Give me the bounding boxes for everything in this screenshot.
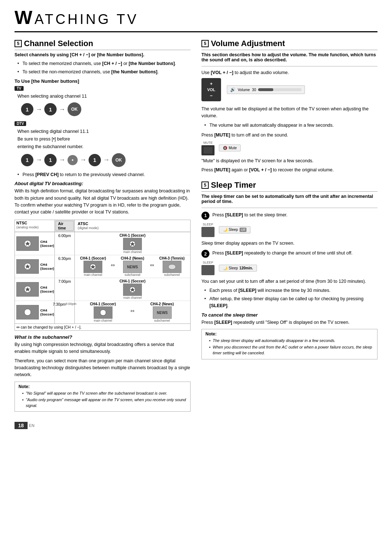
channel-note-list: "No Signal" will appear on the TV screen… (19, 391, 187, 409)
digital-note2: Be sure to press [•] before (17, 136, 191, 143)
page-title: WATCHING TV (15, 7, 377, 28)
content-columns: 5 Channel Selection Select channels by u… (15, 39, 377, 415)
vol-label: VOL (207, 87, 216, 92)
mute-note1: "Mute" is displayed on the TV screen for… (201, 158, 377, 164)
channel-selection-heading: 5 Channel Selection (15, 39, 191, 50)
what-subchannel-text2: Therefore, you can select more than one … (15, 358, 191, 379)
btn-1d: 1 (44, 154, 57, 166)
arrow-6: → (103, 156, 110, 164)
header-title-rest: ATCHING TV (34, 12, 139, 27)
channel-selection-title: Channel Selection (24, 39, 93, 48)
step-2-number: 2 (201, 250, 209, 258)
ntsc-cell-2: CH4 (Soccer) (15, 255, 55, 278)
ch-block-4a: CH4-1 (Soccer) main channel (76, 302, 130, 322)
sleep-step1: 1 Press [SLEEP] to set the sleep timer. (201, 212, 377, 220)
sleep1-label-top: SLEEP (203, 223, 213, 226)
volume-divider (201, 66, 377, 66)
ch-img-2c (163, 261, 181, 273)
mute-screen-text: Mute (229, 146, 237, 150)
ntsc-cell-1: CH4 (Soccer) (15, 232, 55, 255)
ch-block-4b: CH4-2 (News) NEWS subchannel (135, 302, 189, 322)
press-mute2-text: Press [MUTE] again or [VOL + / −] to rec… (201, 167, 377, 174)
sleep-note-item-2: When you disconnect the unit from the AC… (209, 345, 373, 356)
arrow-2: → (59, 106, 65, 113)
svg-rect-29 (204, 229, 212, 235)
btn-ok-b: OK (112, 153, 126, 167)
sleep-button-1 (201, 227, 215, 237)
what-subchannel-text1: By using high compression technology, di… (15, 341, 191, 355)
step2-bullet-2: After setup, the sleep timer display can… (204, 296, 377, 309)
ntsc-label: NTSC (15, 220, 54, 225)
vol-plus: + (210, 81, 213, 86)
page-footer: 18 EN (15, 422, 377, 429)
ntsc-sublabel: (analog mode) (15, 225, 54, 229)
atsc-sublabel: (digital mode) (76, 226, 189, 231)
vol-bullets: The volume bar will automatically disapp… (201, 122, 377, 129)
volume-title: Volume Adjustment (211, 39, 285, 48)
step1-note: Sleep timer display appears on the TV sc… (201, 240, 377, 247)
left-column: 5 Channel Selection Select channels by u… (15, 39, 191, 415)
volume-section-heading: 5 Volume Adjustment (201, 39, 377, 50)
ch-arrow-4: ⇔ (130, 302, 135, 314)
channel-bullet-1: To select the memorized channels, use [C… (17, 60, 191, 67)
mute-diagram: MUTE 🔇 Mute (201, 141, 377, 155)
ch-block-2b: CH4-2 (News) NEWS subchannel (116, 256, 150, 277)
sleep-screen-1: 🌙 Sleep Off (219, 226, 250, 233)
sleep-diagram-1: SLEEP 🌙 Sleep Off (201, 223, 377, 237)
digital-btn-diagram: 1 → 1 → • → 1 → OK (21, 153, 191, 167)
btn-dot: • (68, 155, 78, 165)
vol-bar-value: 30 (252, 88, 256, 92)
press-mute-text: Press [MUTE] to turn off and on the soun… (201, 132, 377, 139)
vol-minus: − (210, 93, 213, 98)
channel-bullet-2: To select the non-memorized channels, us… (17, 69, 191, 76)
grid-row-1: CH4 (Soccer) 6:00pm CH4-1 (Soccer) main … (15, 232, 190, 255)
ntsc-ch-2: CH4 (Soccer) (40, 262, 54, 270)
mute-button (201, 145, 215, 155)
sleep-note-title: Note: (205, 331, 373, 337)
sleep-screen-off: Off (240, 228, 247, 232)
channel-note-title: Note: (19, 384, 187, 389)
page-number: 18 (15, 422, 28, 429)
vol-button: + VOL − (201, 78, 221, 101)
arrow-3: → (36, 156, 42, 164)
ch-img-3a (123, 284, 142, 296)
ch-block-3a: CH4-1 (Soccer) main channel (76, 279, 189, 300)
mute-label-top: MUTE (203, 141, 213, 144)
sleep-button-2 (201, 265, 215, 275)
airtime-col-header: Air time (55, 220, 75, 232)
vol-bar-fill (258, 88, 273, 91)
btn-ok-a: OK (68, 102, 81, 116)
right-column: 5 Volume Adjustment This section describ… (201, 39, 377, 415)
step-2-content: Press [SLEEP] repeatedly to change the a… (212, 250, 377, 257)
what-subchannel-heading: What is the subchannel? (15, 334, 191, 340)
sleep2-label-top: SLEEP (203, 261, 213, 264)
sleep-screen-text-2: Sleep (229, 266, 238, 270)
grid-footer: ⇔ can be changed by using [CH + / −]. (15, 323, 190, 330)
speaker-icon: 🔊 (230, 87, 236, 92)
sleep-screen-text-1: Sleep (229, 228, 238, 232)
ch-img-2b: NEWS (123, 261, 142, 273)
sleep-checkbox-icon: 5 (201, 182, 209, 189)
svg-point-23 (24, 309, 31, 315)
step2-note: You can set your unit to turn off after … (201, 278, 377, 285)
ntsc-cell-3: CH4 (Soccer) (15, 278, 55, 301)
btn-1c: 1 (21, 154, 33, 166)
page-lang: EN (29, 423, 34, 428)
tv-badge: TV (15, 85, 191, 92)
cancel-sleep-heading: To cancel the sleep timer (201, 312, 377, 318)
atsc-cell-2: CH4-1 (Soccer) main channel ⇔ CH4-2 (New… (75, 255, 190, 278)
arrow-5: → (80, 156, 86, 164)
sleep-screen-2: 🌙 Sleep 120min. (219, 265, 257, 272)
time-cell-2: 6:30pm (55, 255, 75, 278)
grid-header: NTSC (analog mode) Air time ATSC (digita… (15, 220, 190, 232)
ntsc-img-4 (16, 305, 39, 319)
digital-note1: When selecting digital channel 11.1 (17, 128, 191, 135)
vol-bullet-1: The volume bar will automatically disapp… (204, 122, 377, 129)
atsc-cell-1: CH4-1 (Soccer) main channel (75, 232, 190, 255)
ch-block-1a: CH4-1 (Soccer) main channel (76, 233, 189, 254)
ntsc-ch-4: CH4 (Soccer) (40, 308, 54, 316)
header-w: W (15, 7, 34, 28)
vol-bar-label: Volume (238, 88, 250, 92)
sleep-section-heading: 5 Sleep Timer (201, 180, 377, 192)
arrow-1: → (36, 106, 42, 113)
